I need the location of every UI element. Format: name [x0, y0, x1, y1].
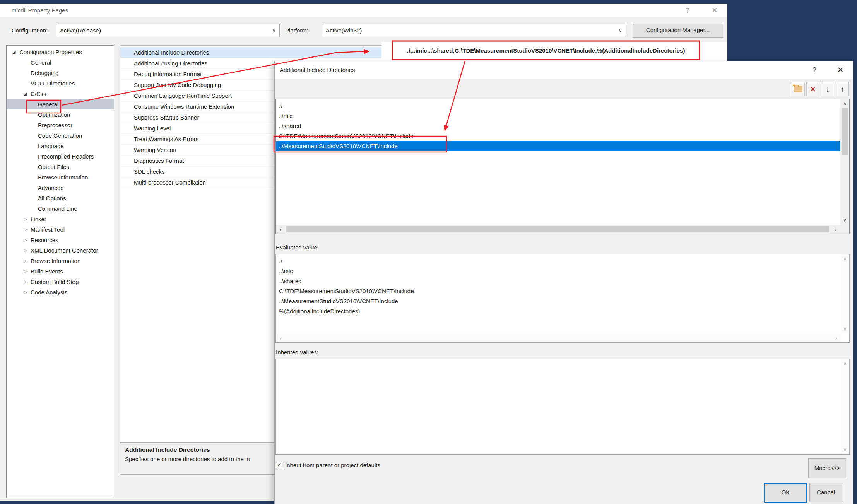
- tree-expander-icon: [24, 287, 31, 297]
- tree-expander-icon: [24, 277, 31, 287]
- tree-expander-icon: [24, 89, 31, 99]
- tree-item[interactable]: Browse Information: [7, 256, 114, 266]
- tree-item[interactable]: Configuration Properties: [7, 47, 114, 57]
- tree-item[interactable]: Resources: [7, 235, 114, 245]
- tree-expander-icon: [12, 47, 19, 57]
- evaluated-line: C:\TDE\MeasurementStudioVS2010\VCNET\Inc…: [276, 286, 841, 296]
- tree-item-label: All Options: [38, 193, 66, 203]
- platform-select[interactable]: Active(Win32) ∨: [322, 24, 626, 37]
- tree-item[interactable]: Advanced: [7, 183, 114, 193]
- help-icon[interactable]: ?: [682, 4, 693, 17]
- inherit-checkbox-row[interactable]: ✓ Inherit from parent or project default…: [276, 462, 380, 468]
- tree-item[interactable]: Browse Information: [7, 172, 114, 183]
- help-icon[interactable]: ?: [809, 61, 819, 79]
- macros-button[interactable]: Macros>>: [808, 458, 846, 478]
- include-directory-item[interactable]: ..\MeasurementStudioVS2010\VCNET\Include: [276, 141, 840, 151]
- tree-item[interactable]: Language: [7, 141, 114, 151]
- tree-item[interactable]: Code Analysis: [7, 287, 114, 297]
- tree-item-label: Code Generation: [38, 130, 82, 141]
- horizontal-scrollbar[interactable]: ‹ ›: [276, 225, 840, 234]
- tree-item[interactable]: Precompiled Headers: [7, 151, 114, 162]
- tree-expander-icon: [24, 266, 31, 277]
- scroll-down-icon[interactable]: ∨: [841, 446, 849, 454]
- ok-button[interactable]: OK: [764, 483, 807, 503]
- cancel-button[interactable]: Cancel: [809, 483, 842, 502]
- scroll-right-icon[interactable]: ›: [832, 334, 840, 342]
- include-directory-item[interactable]: .\: [276, 101, 840, 111]
- tree-item[interactable]: Optimization: [7, 109, 114, 120]
- new-line-button[interactable]: ✦: [792, 82, 805, 96]
- property-row[interactable]: Additional Include Directories: [120, 47, 381, 58]
- chevron-down-icon: ∨: [618, 24, 622, 37]
- scroll-up-icon[interactable]: ∧: [841, 255, 849, 263]
- include-directory-item[interactable]: ..\shared: [276, 121, 840, 131]
- vertical-scrollbar[interactable]: ∧ ∨: [841, 359, 849, 454]
- tree-item-label: Preprocessor: [38, 120, 72, 130]
- tree-item-label: Optimization: [38, 109, 70, 120]
- platform-value: Active(Win32): [322, 24, 362, 37]
- tree-item-label: Build Events: [31, 266, 63, 277]
- tree-item[interactable]: Custom Build Step: [7, 277, 114, 287]
- tree-item[interactable]: Manifest Tool: [7, 224, 114, 235]
- vertical-scrollbar[interactable]: ∧ ∨: [840, 99, 849, 225]
- tree-item[interactable]: Build Events: [7, 266, 114, 277]
- arrow-up-icon: ↑: [840, 85, 845, 93]
- tree-item[interactable]: XML Document Generator: [7, 245, 114, 256]
- scroll-left-icon[interactable]: ‹: [276, 225, 285, 234]
- evaluated-value-box: .\..\mic..\sharedC:\TDE\MeasurementStudi…: [275, 254, 850, 343]
- vertical-scrollbar[interactable]: ∧ ∨: [841, 254, 849, 334]
- tree-item[interactable]: Preprocessor: [7, 120, 114, 130]
- move-up-button[interactable]: ↑: [836, 82, 849, 96]
- tree-item[interactable]: All Options: [7, 193, 114, 203]
- tree-item-label: Language: [38, 141, 64, 151]
- include-directories-rows: .\..\mic..\sharedC:\TDE\MeasurementStudi…: [276, 101, 840, 151]
- tree-item-label: Code Analysis: [31, 287, 67, 297]
- configuration-tree: Configuration Properties General Debuggi…: [6, 45, 114, 498]
- tree-item-label: Browse Information: [38, 172, 88, 183]
- tree-item[interactable]: C/C++: [7, 89, 114, 99]
- inherit-checkbox-label: Inherit from parent or project defaults: [285, 462, 380, 468]
- tree-item[interactable]: Code Generation: [7, 130, 114, 141]
- scroll-up-icon[interactable]: ∧: [840, 100, 849, 108]
- move-down-button[interactable]: ↓: [821, 82, 834, 96]
- close-icon[interactable]: ×: [708, 4, 721, 16]
- tree-item[interactable]: General: [7, 57, 114, 68]
- evaluated-line: ..\shared: [276, 276, 841, 286]
- horizontal-scrollbar[interactable]: ‹ ›: [276, 334, 841, 342]
- platform-label: Platform:: [285, 24, 308, 37]
- tree-item[interactable]: Debugging: [7, 68, 114, 78]
- main-titlebar: micdll Property Pages ? ×: [0, 4, 727, 17]
- additional-include-directories-value-field[interactable]: .\;..\mic;..\shared;C:\TDE\MeasurementSt…: [381, 42, 727, 59]
- arrow-down-icon: ↓: [826, 85, 830, 93]
- scroll-up-icon[interactable]: ∧: [841, 360, 849, 367]
- include-directory-item[interactable]: C:\TDE\MeasurementStudioVS2010\VCNET\Inc…: [276, 131, 840, 141]
- scrollbar-thumb[interactable]: [842, 108, 848, 155]
- scroll-down-icon[interactable]: ∨: [841, 325, 849, 333]
- close-icon[interactable]: ×: [834, 61, 847, 78]
- tree-item[interactable]: General: [7, 99, 114, 109]
- delete-button[interactable]: ✕: [806, 82, 819, 96]
- screen: micdll Property Pages ? × Configuration:…: [0, 0, 857, 504]
- tree-expander-icon: [24, 245, 31, 256]
- configuration-select[interactable]: Active(Release) ∨: [56, 24, 280, 37]
- evaluated-line: %(AdditionalIncludeDirectories): [276, 306, 841, 316]
- evaluated-line: .\: [276, 256, 841, 266]
- scroll-right-icon[interactable]: ›: [831, 225, 840, 234]
- configuration-manager-button[interactable]: Configuration Manager...: [633, 24, 723, 38]
- scroll-down-icon[interactable]: ∨: [840, 216, 849, 224]
- tree-item[interactable]: VC++ Directories: [7, 78, 114, 89]
- checkbox-checked-icon[interactable]: ✓: [276, 462, 282, 468]
- tree-item-label: General: [38, 99, 58, 109]
- tree-item[interactable]: Output Files: [7, 162, 114, 172]
- tree-item[interactable]: Command Line: [7, 203, 114, 214]
- evaluated-value-label: Evaluated value:: [276, 244, 319, 251]
- evaluated-line: ..\MeasurementStudioVS2010\VCNET\Include: [276, 296, 841, 306]
- window-title: micdll Property Pages: [12, 4, 68, 17]
- scrollbar-thumb[interactable]: [286, 226, 829, 232]
- tree-item[interactable]: Linker: [7, 214, 114, 224]
- include-directory-item[interactable]: ..\mic: [276, 111, 840, 121]
- inherited-values-box: ∧ ∨: [275, 359, 850, 455]
- tree-expander-icon: [24, 214, 31, 224]
- tree-item-label: Command Line: [38, 203, 77, 214]
- scroll-left-icon[interactable]: ‹: [276, 334, 285, 342]
